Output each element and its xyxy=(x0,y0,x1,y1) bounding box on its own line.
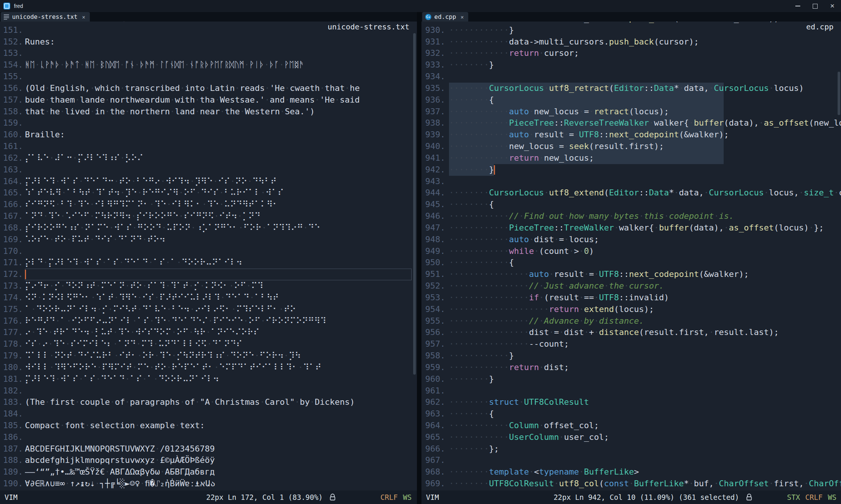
code-line[interactable]: 936.········{ xyxy=(421,94,841,106)
code-line[interactable]: 932.············return·cursor; xyxy=(421,48,841,59)
code-line[interactable]: 174.⠪⠝·⠅⠝⠪⠇⠫⠛⠑⠂·⠱⠁⠞·⠹⠻⠑·⠊⠎·⠏⠜⠞⠊⠊⠥⠇⠜⠇⠹·⠙⠑… xyxy=(0,292,417,304)
code-line[interactable]: 159. xyxy=(0,117,417,129)
code-line[interactable]: 956.················dist·=·dist·+·distan… xyxy=(421,327,841,338)
whitespace-badge[interactable]: WS xyxy=(828,493,836,501)
code-line[interactable]: 965.············UserColumn·user_col; xyxy=(421,432,841,443)
code-line[interactable]: 953.················if·(result·==·UTF8::… xyxy=(421,292,841,304)
code-line[interactable]: 157.bude·thaem·lande·northweardum·with·t… xyxy=(0,94,417,106)
code-line[interactable]: 170. xyxy=(0,246,417,257)
code-line[interactable]: 173.⡍⠔⠙⠖·⡊·⠙⠕⠝⠰⠞·⠍⠑⠁⠝·⠞⠕·⠎⠁⠹·⠹⠁⠞·⡊·⠅⠝⠪⠂·… xyxy=(0,280,417,292)
code-line[interactable]: 183.(The·first·couple·of·paragraphs·of·"… xyxy=(0,396,417,408)
maximize-button[interactable] xyxy=(806,0,824,12)
code-line[interactable]: 153. xyxy=(0,48,417,59)
code-line[interactable]: 945.········{ xyxy=(421,199,841,211)
whitespace-badge[interactable]: WS xyxy=(403,493,412,501)
encoding-badge[interactable]: STX xyxy=(787,493,800,501)
code-line[interactable]: 940.············new_locus·=·seek(result.… xyxy=(421,141,841,152)
code-line[interactable]: 958.············} xyxy=(421,350,841,362)
code-line[interactable]: 186. xyxy=(0,432,417,443)
code-line[interactable]: 949.············while·(count·>·0) xyxy=(421,246,841,257)
code-line[interactable]: 179.⠩⠁⠇⠇·⠝⠕⠞·⠙⠊⠌⠥⠗⠃·⠊⠞⠂·⠕⠗·⠹⠑·⡊⠳⠝⠞⠗⠹⠰⠎·⠙… xyxy=(0,350,417,362)
code-line[interactable]: 189.–—‘“”„†•…‰™œŠŸž€·ΑΒΓΔΩαβγδω·АБВГДабв… xyxy=(0,466,417,478)
code-line[interactable]: 967. xyxy=(421,455,841,466)
code-line[interactable]: 969.········UTF8ColResult·utf8_col(const… xyxy=(421,478,841,490)
code-line[interactable]: 931.············data->multi_cursors.push… xyxy=(421,36,841,48)
code-line[interactable]: 948.············auto·dist·=·locus; xyxy=(421,234,841,246)
code-line[interactable]: 939.············auto·result·=·UTF8::next… xyxy=(421,129,841,141)
code-line[interactable]: 178.⠊⠎·⠔·⠹⠑·⠎⠊⠍⠊⠇⠑⠆·⠁⠝⠙·⠍⠹·⠥⠝⠙⠁⠇⠇⠪⠫·⠙⠁⠝⠙… xyxy=(0,338,417,350)
code-line[interactable]: 190.∀∂∈ℝ∧∪≡∞·↑↗↨↻⇣·┐┼╔╘░►☺♀·ﬁ�⑀₂ἠḂӥẄɐː⍎א… xyxy=(0,478,417,490)
code-line[interactable]: 156.(Old·English,·which·transcribed·into… xyxy=(0,83,417,94)
code-line[interactable]: 963.········{ xyxy=(421,408,841,420)
code-line[interactable]: 934. xyxy=(421,71,841,83)
tab-close-icon[interactable]: ✕ xyxy=(461,14,464,20)
lock-icon[interactable] xyxy=(329,493,336,501)
code-line[interactable]: 938.············PieceTree::ReverseTreeWa… xyxy=(421,117,841,129)
close-button[interactable]: ✕ xyxy=(824,0,841,12)
line-ending-badge[interactable]: CRLF xyxy=(380,493,398,501)
code-line[interactable]: 966.········}; xyxy=(421,443,841,455)
code-line[interactable]: 930.············} xyxy=(421,25,841,36)
code-line[interactable]: 964.············Column·offset_col; xyxy=(421,420,841,432)
code-line[interactable]: 187.ABCDEFGHIJKLMNOPQRSTUVWXYZ·/01234567… xyxy=(0,443,417,455)
scrollbar-left[interactable] xyxy=(413,33,416,375)
editor-left[interactable]: 150.እግዜር·የከፈተውን·ጉሮሮ·ሳይዘጋው·አይድርም።151.152.… xyxy=(0,22,417,490)
code-line[interactable]: 952.················//·Just·advance·the·… xyxy=(421,280,841,292)
code-line[interactable]: 155. xyxy=(0,71,417,83)
code-line[interactable]: 175.⠁·⠙⠕⠕⠗⠤⠝⠁⠊⠇⠲·⡊·⠍⠊⠣⠞·⠙⠁⠧⠑·⠃⠑⠲·⠔⠊⠇⠔⠫⠂·… xyxy=(0,304,417,315)
code-line[interactable]: 177.⠔·⠹⠑·⠞⠗⠁⠙⠑⠲·⡃⠥⠞·⠹⠑·⠺⠊⠎⠙⠕⠍·⠕⠋·⠳⠗·⠁⠝⠊⠑… xyxy=(0,327,417,338)
code-line[interactable]: 160.Braille: xyxy=(0,129,417,141)
code-line[interactable]: 957.················--count; xyxy=(421,338,841,350)
code-line[interactable]: 962.········struct·UTF8ColResult xyxy=(421,396,841,408)
code-line[interactable]: 154.ᚻᛖ·ᚳᚹᚫᚦ·ᚦᚫᛏ·ᚻᛖ·ᛒᚢᛞᛖ·ᚩᚾ·ᚦᚫᛗ·ᛚᚪᚾᛞᛖ·ᚾᚩᚱ… xyxy=(0,59,417,71)
code-line[interactable]: 937.············auto·new_locus·=·retract… xyxy=(421,106,841,118)
code-line[interactable]: 181.⡍⠜⠇⠑⠹·⠺⠁⠎·⠁⠎·⠙⠑⠁⠙·⠁⠎·⠁·⠙⠕⠕⠗⠤⠝⠁⠊⠇⠲ xyxy=(0,373,417,385)
code-line[interactable]: 185.Compact·font·selection·example·text: xyxy=(0,420,417,432)
code-line[interactable]: 959.············return·dist; xyxy=(421,362,841,373)
code-line[interactable]: 161. xyxy=(0,141,417,152)
code-line[interactable]: 954.····················return·extend(lo… xyxy=(421,304,841,315)
code-line[interactable]: 152.Runes: xyxy=(0,36,417,48)
code-line[interactable]: 968.········template·<typename·BufferLik… xyxy=(421,466,841,478)
window-title: fred xyxy=(14,3,23,9)
code-line[interactable]: 955.················//·Advance·by·distan… xyxy=(421,315,841,327)
lock-icon[interactable] xyxy=(746,493,752,501)
code-line[interactable]: 960.········} xyxy=(421,373,841,385)
editor-right[interactable]: 929.················data->multi_cursors.… xyxy=(421,22,841,490)
tab-unicode-stress[interactable]: unicode-stress.txt ✕ xyxy=(1,12,90,22)
code-line[interactable]: 933.········} xyxy=(421,59,841,71)
code-line[interactable]: 946.············//·Find·out·how·many·byt… xyxy=(421,211,841,222)
scrollbar-right[interactable] xyxy=(838,72,840,115)
code-line[interactable]: 942.········} xyxy=(421,164,841,176)
code-line[interactable]: 935.········CursorLocus·utf8_retract(Edi… xyxy=(421,83,841,94)
code-line[interactable]: 168.⡎⠊⠗⠕⠕⠛⠑⠰⠎·⠝⠁⠍⠑·⠺⠁⠎·⠛⠕⠕⠙·⠥⠏⠕⠝·⠰⡡⠁⠝⠛⠑⠂… xyxy=(0,222,417,234)
code-line[interactable]: 941.············return·new_locus; xyxy=(421,152,841,164)
code-line[interactable]: 176.⠗⠑⠛⠜⠙·⠁·⠊⠕⠋⠋⠔⠤⠝⠁⠊⠇·⠁⠎·⠹⠑·⠙⠑⠁⠙⠑⠌·⠏⠊⠑⠊… xyxy=(0,315,417,327)
minimize-button[interactable] xyxy=(789,0,806,12)
code-line[interactable]: 158.that·he·lived·in·the·northern·land·n… xyxy=(0,106,417,118)
code-line[interactable]: 165.⠱⠁⠞⠑⠧⠻·⠁⠃⠳⠞·⠹⠁⠞⠲·⡹⠑·⠗⠑⠛⠊⠌⠻·⠕⠋·⠙⠊⠎·⠃⠥… xyxy=(0,187,417,199)
code-line[interactable]: 180.⠺⠊⠇⠇·⠹⠻⠑⠋⠕⠗⠑·⠏⠻⠍⠊⠞·⠍⠑·⠞⠕·⠗⠑⠏⠑⠁⠞⠂·⠑⠍⠏… xyxy=(0,362,417,373)
code-line[interactable]: 947.············PieceTree::TreeWalker·wa… xyxy=(421,222,841,234)
code-line[interactable]: 944.········CursorLocus·utf8_extend(Edit… xyxy=(421,187,841,199)
code-line[interactable]: 166.⠎⠊⠛⠝⠫·⠃⠹·⠹⠑·⠊⠇⠻⠛⠹⠍⠁⠝⠂·⠹⠑·⠊⠇⠻⠅⠂·⠹⠑·⠥⠝… xyxy=(0,199,417,211)
code-line[interactable]: 951.················auto·result·=·UTF8::… xyxy=(421,269,841,280)
code-line[interactable]: 169.⠡⠕⠎⠑·⠞⠕·⠏⠥⠞·⠙⠊⠎·⠙⠁⠝⠙·⠞⠕⠲ xyxy=(0,234,417,246)
code-line[interactable]: 162.⡌⠁⠧⠑·⠼⠁⠒·⡍⠜⠇⠑⠹⠰⠎·⡣⠕⠌ xyxy=(0,152,417,164)
code-line[interactable]: 961. xyxy=(421,385,841,397)
code-line[interactable]: 182. xyxy=(0,385,417,397)
code-line[interactable]: 167.⠁⠝⠙·⠹⠑·⠡⠊⠑⠋·⠍⠳⠗⠝⠻⠲·⡎⠊⠗⠕⠕⠛⠑·⠎⠊⠛⠝⠫·⠊⠞⠲… xyxy=(0,211,417,222)
code-line[interactable]: 164.⡍⠜⠇⠑⠹·⠺⠁⠎·⠙⠑⠁⠙⠒·⠞⠕·⠃⠑⠛⠔·⠺⠊⠹⠲·⡹⠻⠑·⠊⠎·… xyxy=(0,176,417,187)
code-line[interactable]: 171.⡕⠇⠙·⡍⠜⠇⠑⠹·⠺⠁⠎·⠁⠎·⠙⠑⠁⠙·⠁⠎·⠁·⠙⠕⠕⠗⠤⠝⠁⠊⠇… xyxy=(0,257,417,269)
tab-ed-cpp[interactable]: C+ ed.cpp ✕ xyxy=(422,12,468,22)
tab-close-icon[interactable]: ✕ xyxy=(82,14,85,20)
code-line[interactable]: 188.abcdefghijklmnopqrstuvwxyz·£©µÀÆÖÞßé… xyxy=(0,455,417,466)
pane-divider[interactable] xyxy=(417,12,421,504)
code-line[interactable]: 943. xyxy=(421,176,841,187)
code-line[interactable]: 172. xyxy=(0,269,417,280)
code-line[interactable]: 184. xyxy=(0,408,417,420)
code-line[interactable]: 950.············{ xyxy=(421,257,841,269)
code-line[interactable]: 929.················data->multi_cursors.… xyxy=(421,22,841,25)
code-line[interactable]: 163. xyxy=(0,164,417,176)
line-ending-badge[interactable]: CRLF xyxy=(805,493,823,501)
